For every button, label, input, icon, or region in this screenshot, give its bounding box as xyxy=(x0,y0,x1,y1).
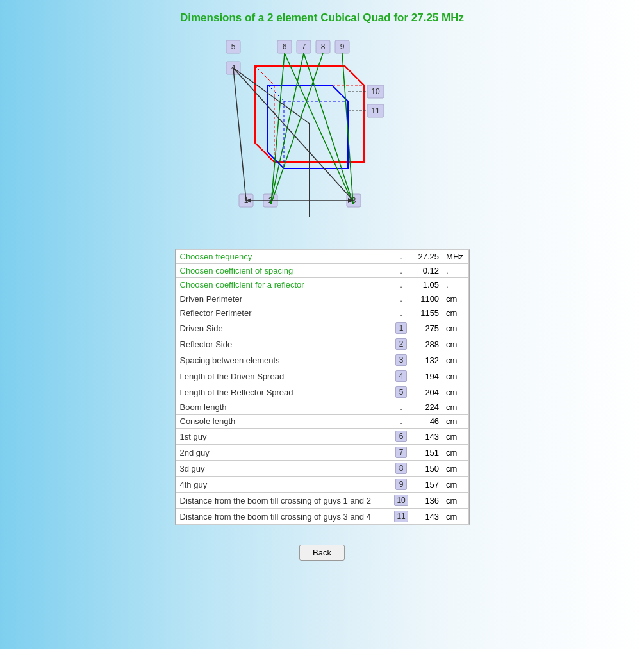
row-value: 27.25 xyxy=(413,250,443,264)
table-row: Reflector Perimeter.1155cm xyxy=(176,306,468,320)
row-value: 0.12 xyxy=(413,264,443,278)
svg-line-34 xyxy=(271,53,323,204)
row-label: Driven Side xyxy=(176,320,390,336)
svg-text:6: 6 xyxy=(282,42,286,51)
table-row: Spacing between elements3132cm xyxy=(176,352,468,368)
row-badge: . xyxy=(390,264,413,278)
row-value: 1155 xyxy=(413,306,443,320)
antenna-diagram: 5 4 6 7 8 9 10 11 1 2 xyxy=(220,31,425,236)
row-label: Distance from the boom till crossing of … xyxy=(176,509,390,525)
svg-line-31 xyxy=(270,53,304,204)
row-label: Distance from the boom till crossing of … xyxy=(176,493,390,509)
row-label: Choosen coefficient for a reflector xyxy=(176,278,390,292)
back-button[interactable]: Back xyxy=(299,545,345,561)
row-label: Boom length xyxy=(176,400,390,415)
row-badge: . xyxy=(390,278,413,292)
row-value: 288 xyxy=(413,336,443,352)
table-row: Choosen coefficient of spacing.0.12. xyxy=(176,264,468,278)
row-badge: 2 xyxy=(390,336,413,352)
row-value: 1.05 xyxy=(413,278,443,292)
table-row: Driven Side1275cm xyxy=(176,320,468,336)
svg-text:5: 5 xyxy=(231,42,235,51)
table-row: Choosen coefficient for a reflector.1.05… xyxy=(176,278,468,292)
row-label: 3d guy xyxy=(176,461,390,477)
row-value: 194 xyxy=(413,368,443,384)
row-badge: 10 xyxy=(390,493,413,509)
row-badge: 8 xyxy=(390,461,413,477)
row-value: 275 xyxy=(413,320,443,336)
row-label: Reflector Side xyxy=(176,336,390,352)
svg-line-30 xyxy=(271,53,285,204)
row-label: 4th guy xyxy=(176,477,390,493)
row-unit: cm xyxy=(443,477,468,493)
svg-text:7: 7 xyxy=(301,42,306,51)
table-row: 3d guy8150cm xyxy=(176,461,468,477)
row-value: 151 xyxy=(413,445,443,461)
row-unit: cm xyxy=(443,368,468,384)
row-unit: cm xyxy=(443,415,468,429)
row-value: 224 xyxy=(413,400,443,415)
svg-line-23 xyxy=(255,66,274,85)
table-row: Console length.46cm xyxy=(176,415,468,429)
table-row: 2nd guy7151cm xyxy=(176,445,468,461)
row-badge: . xyxy=(390,250,413,264)
row-badge: 9 xyxy=(390,477,413,493)
svg-text:9: 9 xyxy=(340,42,344,51)
row-badge: 11 xyxy=(390,509,413,525)
table-row: Driven Perimeter.1100cm xyxy=(176,292,468,306)
table-row: 4th guy9157cm xyxy=(176,477,468,493)
row-value: 143 xyxy=(413,429,443,445)
row-unit: . xyxy=(443,264,468,278)
row-unit: cm xyxy=(443,461,468,477)
row-label: Driven Perimeter xyxy=(176,292,390,306)
row-unit: cm xyxy=(443,384,468,400)
table-row: Length of the Reflector Spread5204cm xyxy=(176,384,468,400)
svg-line-33 xyxy=(304,53,353,204)
row-value: 143 xyxy=(413,509,443,525)
row-unit: cm xyxy=(443,429,468,445)
table-row: Distance from the boom till crossing of … xyxy=(176,493,468,509)
row-label: Reflector Perimeter xyxy=(176,306,390,320)
row-value: 150 xyxy=(413,461,443,477)
row-unit: cm xyxy=(443,400,468,415)
table-row: Boom length.224cm xyxy=(176,400,468,415)
row-unit: MHz xyxy=(443,250,468,264)
page-title: Dimensions of a 2 element Cubical Quad f… xyxy=(180,12,464,24)
svg-text:8: 8 xyxy=(320,42,325,51)
row-badge: 4 xyxy=(390,368,413,384)
row-badge: . xyxy=(390,415,413,429)
row-label: Length of the Reflector Spread xyxy=(176,384,390,400)
row-badge: 5 xyxy=(390,384,413,400)
svg-text:11: 11 xyxy=(371,106,380,115)
row-label: Choosen frequency xyxy=(176,250,390,264)
row-unit: cm xyxy=(443,493,468,509)
row-unit: cm xyxy=(443,336,468,352)
row-badge: . xyxy=(390,400,413,415)
row-value: 46 xyxy=(413,415,443,429)
row-unit: cm xyxy=(443,445,468,461)
row-label: Console length xyxy=(176,415,390,429)
row-unit: cm xyxy=(443,292,468,306)
row-value: 136 xyxy=(413,493,443,509)
row-badge: . xyxy=(390,306,413,320)
row-value: 157 xyxy=(413,477,443,493)
row-badge: 3 xyxy=(390,352,413,368)
data-table: Choosen frequency.27.25MHzChoosen coeffi… xyxy=(175,249,470,525)
table-row: Choosen frequency.27.25MHz xyxy=(176,250,468,264)
row-label: 1st guy xyxy=(176,429,390,445)
row-label: 2nd guy xyxy=(176,445,390,461)
row-label: Choosen coefficient of spacing xyxy=(176,264,390,278)
row-unit: cm xyxy=(443,306,468,320)
row-badge: 6 xyxy=(390,429,413,445)
row-badge: 1 xyxy=(390,320,413,336)
table-row: Distance from the boom till crossing of … xyxy=(176,509,468,525)
row-value: 204 xyxy=(413,384,443,400)
row-unit: . xyxy=(443,278,468,292)
svg-text:10: 10 xyxy=(371,87,380,96)
svg-line-35 xyxy=(342,53,353,204)
table-row: 1st guy6143cm xyxy=(176,429,468,445)
row-label: Length of the Driven Spread xyxy=(176,368,390,384)
row-unit: cm xyxy=(443,320,468,336)
row-value: 1100 xyxy=(413,292,443,306)
row-label: Spacing between elements xyxy=(176,352,390,368)
